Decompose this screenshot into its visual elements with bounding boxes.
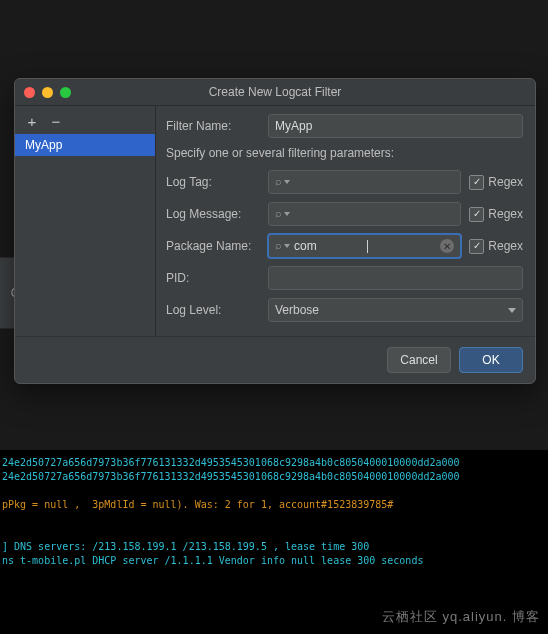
filter-list: MyApp [15,134,155,156]
search-icon: ⌕ [275,239,282,251]
log-message-regex-label: Regex [488,207,523,221]
checkbox-icon: ✓ [469,207,484,222]
package-name-input[interactable]: ⌕ com ✕ [268,234,461,258]
cancel-button-label: Cancel [400,353,437,367]
log-tag-input[interactable]: ⌕ [268,170,461,194]
create-logcat-filter-dialog: Create New Logcat Filter + − MyApp Filte… [14,78,536,384]
log-tag-regex-label: Regex [488,175,523,189]
add-filter-button[interactable]: + [25,114,39,128]
watermark-text: 云栖社区 yq.aliyun. 博客 [382,608,540,626]
chevron-down-icon [284,212,290,216]
cancel-button[interactable]: Cancel [387,347,451,373]
package-name-regex-checkbox[interactable]: ✓ Regex [469,239,523,254]
log-message-regex-checkbox[interactable]: ✓ Regex [469,207,523,222]
console-line: ns t-mobile.pl DHCP server /1.1.1.1 Vend… [2,554,546,568]
package-name-regex-label: Regex [488,239,523,253]
console-line: 24e2d50727a656d7973b36f776131332d4953545… [2,456,546,470]
pid-label: PID: [166,271,268,285]
chevron-down-icon [284,180,290,184]
checkbox-icon: ✓ [469,239,484,254]
log-tag-label: Log Tag: [166,175,268,189]
chevron-down-icon [508,308,516,313]
console-line: 24e2d50727a656d7973b36f776131332d4953545… [2,470,546,484]
text-caret [367,240,368,253]
log-message-input[interactable]: ⌕ [268,202,461,226]
console-line [2,526,546,540]
search-icon: ⌕ [275,175,282,187]
log-message-label: Log Message: [166,207,268,221]
package-name-value: com [294,239,366,253]
dialog-title: Create New Logcat Filter [15,85,535,99]
console-line: pPkg = null , 3pMdlId = null). Was: 2 fo… [2,498,546,512]
console-line [2,484,546,498]
filter-name-input[interactable]: MyApp [268,114,523,138]
log-level-select[interactable]: Verbose [268,298,523,322]
ok-button-label: OK [482,353,499,367]
package-name-label: Package Name: [166,239,268,253]
dialog-footer: Cancel OK [15,336,535,383]
filter-name-value: MyApp [275,119,516,133]
filter-name-label: Filter Name: [166,119,268,133]
filter-sidebar: + − MyApp [15,106,156,336]
chevron-down-icon [284,244,290,248]
form-description: Specify one or several filtering paramet… [166,146,523,160]
pid-input[interactable] [268,266,523,290]
remove-filter-button[interactable]: − [49,114,63,128]
search-icon: ⌕ [275,207,282,219]
ok-button[interactable]: OK [459,347,523,373]
dialog-titlebar: Create New Logcat Filter [15,79,535,106]
console-line [2,512,546,526]
console-line: ] DNS servers: /213.158.199.1 /213.158.1… [2,540,546,554]
sidebar-item-filter[interactable]: MyApp [15,134,155,156]
filter-form: Filter Name: MyApp Specify one or severa… [156,106,535,336]
clear-icon[interactable]: ✕ [440,239,454,253]
log-level-value: Verbose [275,303,319,317]
checkbox-icon: ✓ [469,175,484,190]
log-level-label: Log Level: [166,303,268,317]
logcat-console: 24e2d50727a656d7973b36f776131332d4953545… [0,450,548,634]
log-tag-regex-checkbox[interactable]: ✓ Regex [469,175,523,190]
